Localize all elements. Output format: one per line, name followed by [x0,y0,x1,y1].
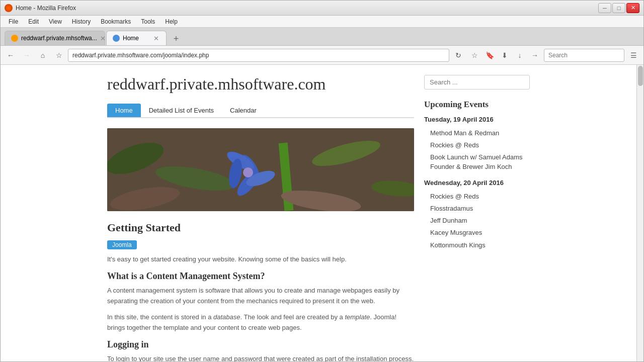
star-icon[interactable]: ☆ [467,48,481,62]
nav-home[interactable]: Home [107,104,141,117]
browser-window: Home - Mozilla Firefox ─ □ ✕ File Edit V… [0,0,644,362]
menu-help[interactable]: Help [161,17,182,26]
event-item-1-1[interactable]: Method Man & Redman [424,127,530,139]
title-bar: Home - Mozilla Firefox ─ □ ✕ [1,1,643,16]
home-nav-button[interactable]: ⌂ [36,48,50,62]
maximize-button[interactable]: □ [612,3,625,13]
hero-image [107,128,414,211]
event-item-2-2[interactable]: Flosstradamus [424,203,530,215]
tab-home-label: Home [123,35,139,42]
refresh-button[interactable]: ↻ [451,48,465,62]
url-bar[interactable] [68,49,449,62]
bookmark-list-icon[interactable]: 🔖 [482,48,497,62]
section1-text: A content management system is software … [107,286,414,307]
joomla-tag: Joomla [107,240,137,249]
nav-calendar[interactable]: Calendar [222,104,265,117]
article-title: Getting Started [107,221,414,234]
scrollbar-thumb[interactable] [638,66,643,86]
event-item-2-4[interactable]: Kacey Musgraves [424,227,530,239]
nav-events-list[interactable]: Detailed List of Events [141,104,222,117]
site-search-input[interactable] [424,75,530,89]
event-item-2-1[interactable]: Rockies @ Reds [424,191,530,203]
tab-firefox-icon [11,35,18,42]
site-content: reddwarf.private.mhsoftware.com Home Det… [92,65,545,361]
back-button[interactable]: ← [4,48,18,62]
download-icon[interactable]: ↓ [513,48,527,62]
svg-point-11 [243,167,253,177]
browser-search-input[interactable] [544,49,624,62]
scrollbar[interactable] [636,65,643,361]
page-area: reddwarf.private.mhsoftware.com Home Det… [1,65,643,361]
section3-heading: Logging in [107,339,414,350]
tab-home-icon [113,35,120,42]
upcoming-events-sidebar: Upcoming Events Tuesday, 19 April 2016 M… [424,100,530,251]
menu-bookmarks[interactable]: Bookmarks [97,17,135,26]
article-intro: It's easy to get started creating your w… [107,254,414,265]
tab-reddwarf-label: reddwarf.private.mhsoftwa... [21,35,97,42]
new-tab-button[interactable]: + [170,32,183,45]
site-nav: Home Detailed List of Events Calendar [107,104,414,118]
bookmark-button[interactable]: ☆ [52,48,66,62]
page-scroll[interactable]: reddwarf.private.mhsoftware.com Home Det… [1,65,636,361]
event-item-1-3[interactable]: Book Launch w/ Samuel Adams Founder & Br… [424,151,530,172]
menu-history[interactable]: History [68,17,95,26]
section2-text: In this site, the content is stored in a… [107,312,414,333]
menu-view[interactable]: View [45,17,66,26]
tab-home[interactable]: Home ✕ [106,31,167,45]
upcoming-events-title: Upcoming Events [424,100,530,110]
window-title: Home - Mozilla Firefox [16,5,76,12]
menu-file[interactable]: File [5,17,22,26]
menu-bar: File Edit View History Bookmarks Tools H… [1,16,643,28]
event-date-1: Tuesday, 19 April 2016 [424,116,530,123]
menu-edit[interactable]: Edit [24,17,43,26]
menu-tools[interactable]: Tools [137,17,159,26]
event-item-2-5[interactable]: Kottonmouth Kings [424,239,530,251]
window-controls: ─ □ ✕ [598,3,639,13]
pocket-icon[interactable]: ⬇ [498,48,512,62]
tab-home-close[interactable]: ✕ [152,34,160,42]
event-item-2-3[interactable]: Jeff Dunham [424,215,530,227]
close-button[interactable]: ✕ [626,3,639,13]
tab-bar: reddwarf.private.mhsoftwa... ✕ Home ✕ + [1,28,643,46]
minimize-button[interactable]: ─ [598,3,611,13]
menu-hamburger-icon[interactable]: ☰ [626,48,640,62]
tab-reddwarf[interactable]: reddwarf.private.mhsoftwa... ✕ [5,31,105,45]
section3-text: To login to your site use the user name … [107,354,414,361]
event-date-2: Wednesday, 20 April 2016 [424,179,530,187]
nav-bar: ← → ⌂ ☆ ↻ ☆ 🔖 ⬇ ↓ → ☰ [1,46,643,65]
site-title: reddwarf.private.mhsoftware.com [107,75,414,94]
share-icon[interactable]: → [528,48,542,62]
section1-heading: What is a Content Management System? [107,271,414,282]
firefox-icon [5,4,13,12]
event-item-1-2[interactable]: Rockies @ Reds [424,139,530,151]
forward-button[interactable]: → [20,48,34,62]
tab-reddwarf-close[interactable]: ✕ [100,34,106,42]
